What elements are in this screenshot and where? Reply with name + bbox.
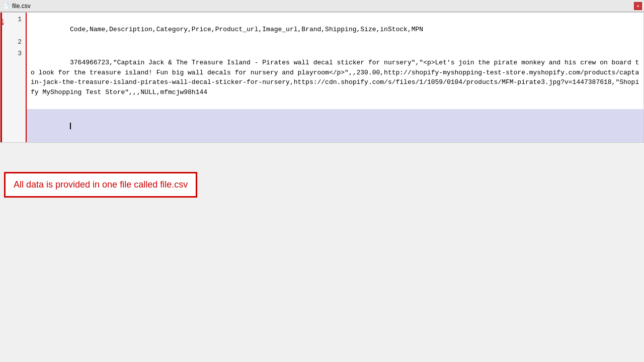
close-button[interactable]: ✕	[634, 2, 642, 10]
title-bar-text: file.csv	[12, 3, 632, 10]
code-line-3	[27, 109, 643, 143]
line-2-text: 3764966723,"Captain Jack & The Treasure …	[31, 59, 639, 96]
editor-wrapper: ↓ 1 2 3 Code,Name,Description,Category,P…	[0, 12, 644, 143]
down-arrow: ↓	[0, 16, 6, 28]
code-content[interactable]: Code,Name,Description,Category,Price,Pro…	[27, 13, 643, 142]
file-icon: 📄	[2, 2, 10, 10]
line-number-3: 3	[2, 46, 26, 57]
code-line-2: 3764966723,"Captain Jack & The Treasure …	[27, 46, 643, 109]
main-content: ↓ 1 2 3 Code,Name,Description,Category,P…	[0, 12, 644, 362]
annotation-box: All data is provided in one file called …	[4, 172, 197, 198]
title-bar: 📄 file.csv ✕	[0, 0, 644, 12]
editor-container: ↓ 1 2 3 Code,Name,Description,Category,P…	[1, 13, 643, 142]
line-1-text: Code,Name,Description,Category,Price,Pro…	[70, 26, 423, 33]
cursor	[70, 123, 71, 129]
code-line-1: Code,Name,Description,Category,Price,Pro…	[27, 13, 643, 46]
line-numbers-column: 1 2 3	[1, 13, 27, 142]
annotation-text: All data is provided in one file called …	[14, 179, 188, 190]
left-border-line	[1, 13, 2, 142]
